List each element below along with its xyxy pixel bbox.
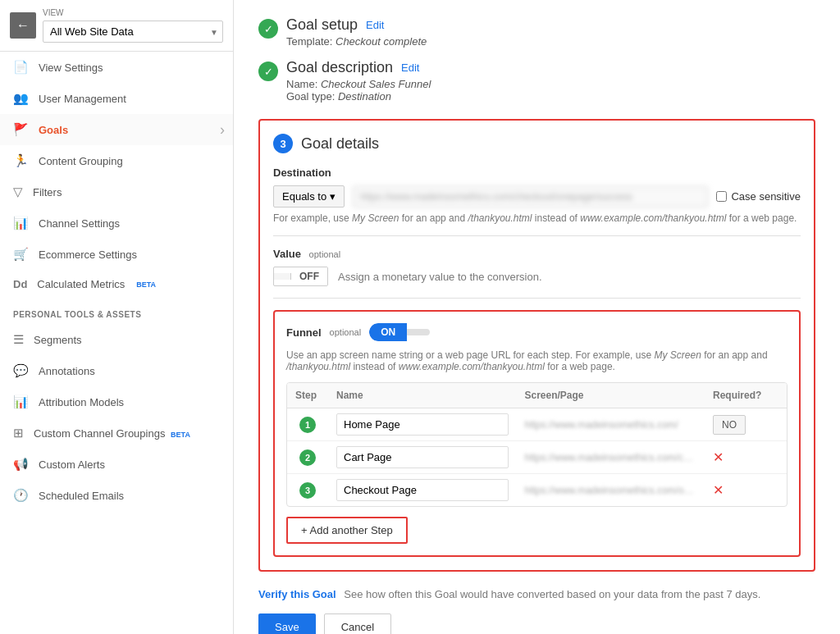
funnel-label: Funnel bbox=[286, 326, 322, 339]
funnel-table: Step Name Screen/Page Required? 1 https:… bbox=[286, 382, 788, 507]
sidebar-nav: 📄 View Settings 👥 User Management 🚩 Goal… bbox=[0, 52, 233, 511]
attribution-icon: 📊 bbox=[13, 395, 29, 409]
step3-circle: 3 bbox=[273, 134, 293, 153]
value-label: Value bbox=[273, 248, 301, 260]
funnel-toggle[interactable]: ON bbox=[369, 323, 430, 341]
goal-setup-template: Template: Checkout complete bbox=[286, 35, 427, 48]
sidebar-item-content-grouping[interactable]: 🏃 Content Grouping bbox=[0, 145, 233, 176]
action-buttons: Save Cancel bbox=[258, 613, 815, 634]
step2-circle: 2 bbox=[299, 449, 316, 466]
save-button[interactable]: Save bbox=[258, 613, 316, 634]
funnel-hint: Use an app screen name string or a web p… bbox=[286, 349, 788, 372]
goal-setup-edit[interactable]: Edit bbox=[366, 19, 384, 31]
step3-page: https://www.madeinsomethics.com/one... bbox=[517, 480, 705, 501]
calculated-metrics-badge: BETA bbox=[136, 281, 156, 289]
sidebar-item-filters[interactable]: ▽ Filters bbox=[0, 176, 233, 208]
value-toggle[interactable]: OFF bbox=[273, 267, 328, 286]
channel-groupings-badge: BETA bbox=[171, 431, 190, 439]
alerts-icon: 📢 bbox=[13, 457, 29, 472]
col-required-header: Required? bbox=[705, 383, 787, 408]
verify-text: See how often this Goal would have conve… bbox=[344, 588, 760, 600]
funnel-off-area bbox=[407, 329, 430, 335]
table-row: 1 https://www.madeinsomethics.com/ NO bbox=[287, 408, 787, 441]
verify-link[interactable]: Verify this Goal bbox=[258, 588, 336, 600]
goal-desc-title: Goal description bbox=[286, 59, 393, 76]
sidebar-item-custom-channel-groupings[interactable]: ⊞ Custom Channel Groupings BETA bbox=[0, 417, 233, 449]
sidebar-item-scheduled-emails[interactable]: 🕐 Scheduled Emails bbox=[0, 480, 233, 511]
destination-section: Destination Equals to ▾ https://www.made… bbox=[273, 166, 801, 224]
goal-setup-title: Goal setup bbox=[286, 16, 358, 34]
add-step-button[interactable]: + Add another Step bbox=[286, 517, 408, 544]
toggle-off-label: OFF bbox=[291, 267, 327, 285]
step1-page: https://www.madeinsomethics.com/ bbox=[517, 414, 705, 436]
step2-name-input[interactable] bbox=[336, 446, 509, 468]
funnel-on-label: ON bbox=[369, 323, 407, 341]
view-select[interactable]: All Web Site Data bbox=[43, 21, 223, 43]
step2-check: ✓ bbox=[258, 62, 278, 81]
step3-remove-icon[interactable]: ✕ bbox=[713, 482, 724, 498]
scheduled-emails-icon: 🕐 bbox=[13, 488, 29, 503]
step1-check: ✓ bbox=[258, 19, 278, 39]
step1-circle: 1 bbox=[299, 417, 316, 433]
col-name-header: Name bbox=[328, 383, 517, 408]
filter-icon: ▽ bbox=[13, 185, 23, 199]
url-display: https://www.madeinsomethics.com/checkout… bbox=[353, 186, 709, 208]
col-screen-header: Screen/Page bbox=[517, 383, 705, 408]
col-step-header: Step bbox=[287, 383, 328, 408]
step1-no-button[interactable]: NO bbox=[713, 415, 746, 435]
view-label: VIEW bbox=[43, 8, 223, 17]
step3-circle: 3 bbox=[299, 482, 316, 499]
funnel-box: Funnel optional ON Use an app screen nam… bbox=[273, 310, 801, 557]
goal-desc-edit[interactable]: Edit bbox=[401, 62, 419, 74]
ecommerce-icon: 🛒 bbox=[13, 247, 29, 262]
channel-icon: 📊 bbox=[13, 216, 29, 230]
step3-name-input[interactable] bbox=[336, 479, 509, 501]
sidebar-item-segments[interactable]: ☰ Segments bbox=[0, 324, 233, 355]
step2-page: https://www.madeinsomethics.com/che... bbox=[517, 447, 705, 468]
value-section: Value optional OFF Assign a monetary val… bbox=[273, 248, 801, 286]
grouping-icon: 🏃 bbox=[13, 153, 29, 168]
sidebar-item-view-settings[interactable]: 📄 View Settings bbox=[0, 52, 233, 83]
back-button[interactable]: ← bbox=[10, 12, 36, 39]
annotations-icon: 💬 bbox=[13, 363, 29, 378]
verify-section: Verify this Goal See how often this Goal… bbox=[258, 588, 815, 600]
assign-text: Assign a monetary value to the conversio… bbox=[338, 271, 542, 283]
sidebar-item-custom-alerts[interactable]: 📢 Custom Alerts bbox=[0, 449, 233, 480]
case-sensitive-label[interactable]: Case sensitive bbox=[716, 190, 801, 203]
funnel-optional-label: optional bbox=[330, 327, 362, 337]
users-icon: 👥 bbox=[13, 91, 29, 106]
table-row: 3 https://www.madeinsomethics.com/one...… bbox=[287, 474, 787, 506]
destination-label: Destination bbox=[273, 166, 801, 179]
cancel-button[interactable]: Cancel bbox=[324, 613, 391, 634]
flag-icon: 🚩 bbox=[13, 122, 29, 137]
sidebar-item-channel-settings[interactable]: 📊 Channel Settings bbox=[0, 208, 233, 239]
sidebar-item-annotations[interactable]: 💬 Annotations bbox=[0, 355, 233, 386]
value-optional: optional bbox=[309, 249, 341, 259]
case-sensitive-checkbox[interactable] bbox=[716, 191, 727, 202]
destination-hint: For example, use My Screen for an app an… bbox=[273, 212, 801, 224]
personal-tools-label: PERSONAL TOOLS & ASSETS bbox=[0, 299, 233, 324]
goal-description-section: ✓ Goal description Edit Name: Checkout S… bbox=[258, 59, 815, 103]
table-row: 2 https://www.madeinsomethics.com/che...… bbox=[287, 441, 787, 474]
calculated-icon: Dd bbox=[13, 278, 27, 290]
step2-remove-icon[interactable]: ✕ bbox=[713, 449, 724, 465]
sidebar-item-ecommerce-settings[interactable]: 🛒 Ecommerce Settings bbox=[0, 239, 233, 270]
goal-setup-section: ✓ Goal setup Edit Template: Checkout com… bbox=[258, 16, 815, 48]
doc-icon: 📄 bbox=[13, 60, 29, 75]
goal-details-box: 3 Goal details Destination Equals to ▾ h… bbox=[258, 119, 815, 572]
sidebar-item-user-management[interactable]: 👥 User Management bbox=[0, 83, 233, 114]
goal-details-title: Goal details bbox=[301, 135, 379, 153]
main-content: ✓ Goal setup Edit Template: Checkout com… bbox=[234, 0, 840, 634]
channel-groupings-icon: ⊞ bbox=[13, 426, 24, 440]
segments-icon: ☰ bbox=[13, 332, 24, 347]
equals-to-button[interactable]: Equals to ▾ bbox=[273, 185, 345, 208]
sidebar-item-goals[interactable]: 🚩 Goals › bbox=[0, 114, 233, 145]
step1-name-input[interactable] bbox=[336, 413, 509, 436]
sidebar-item-attribution-models[interactable]: 📊 Attribution Models bbox=[0, 386, 233, 417]
sidebar-item-calculated-metrics[interactable]: Dd Calculated Metrics BETA bbox=[0, 270, 233, 299]
